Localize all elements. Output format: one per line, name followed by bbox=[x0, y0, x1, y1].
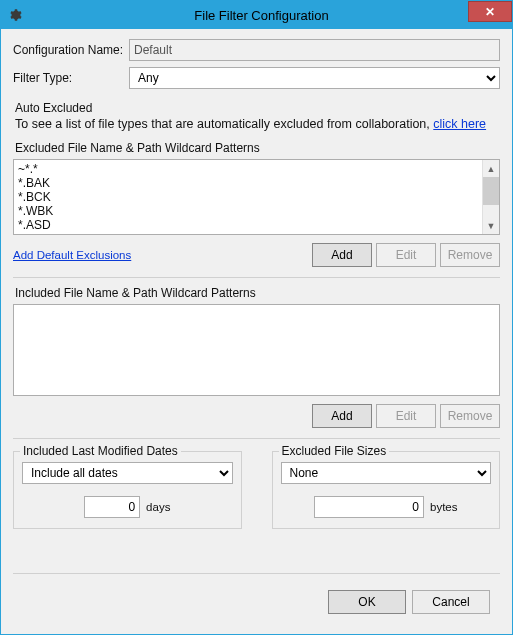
scroll-up-icon[interactable]: ▲ bbox=[483, 160, 499, 177]
excluded-patterns-label: Excluded File Name & Path Wildcard Patte… bbox=[15, 141, 500, 155]
included-edit-button: Edit bbox=[376, 404, 436, 428]
scroll-track[interactable] bbox=[483, 177, 499, 217]
gear-icon bbox=[7, 7, 23, 23]
excluded-patterns-list[interactable]: ~*.* *.BAK *.BCK *.WBK *.ASD ▲ ▼ bbox=[13, 159, 500, 235]
add-default-exclusions-link[interactable]: Add Default Exclusions bbox=[13, 249, 131, 261]
scroll-thumb[interactable] bbox=[483, 177, 499, 205]
excluded-remove-button: Remove bbox=[440, 243, 500, 267]
included-items bbox=[14, 305, 499, 395]
dates-legend: Included Last Modified Dates bbox=[20, 444, 181, 458]
days-input[interactable] bbox=[84, 496, 140, 518]
excluded-add-button[interactable]: Add bbox=[312, 243, 372, 267]
list-item[interactable]: ~*.* bbox=[18, 162, 478, 176]
sizes-legend: Excluded File Sizes bbox=[279, 444, 390, 458]
bytes-unit: bytes bbox=[430, 501, 458, 513]
scroll-down-icon[interactable]: ▼ bbox=[483, 217, 499, 234]
dates-fieldset: Included Last Modified Dates Include all… bbox=[13, 451, 242, 529]
filter-type-label: Filter Type: bbox=[13, 71, 129, 85]
config-name-row: Configuration Name: bbox=[13, 39, 500, 61]
window: File Filter Configuration ✕ Configuratio… bbox=[0, 0, 513, 635]
days-unit: days bbox=[146, 501, 170, 513]
bytes-input[interactable] bbox=[314, 496, 424, 518]
included-remove-button: Remove bbox=[440, 404, 500, 428]
footer: OK Cancel bbox=[13, 582, 500, 624]
included-button-row: Add Edit Remove bbox=[13, 404, 500, 428]
window-title: File Filter Configuration bbox=[31, 8, 492, 23]
sizes-subrow: bytes bbox=[281, 496, 492, 518]
divider-2 bbox=[13, 438, 500, 439]
content-area: Configuration Name: Filter Type: Any Aut… bbox=[1, 29, 512, 634]
included-patterns-list[interactable] bbox=[13, 304, 500, 396]
included-patterns-label: Included File Name & Path Wildcard Patte… bbox=[15, 286, 500, 300]
config-name-label: Configuration Name: bbox=[13, 43, 129, 57]
config-name-input[interactable] bbox=[129, 39, 500, 61]
click-here-link[interactable]: click here bbox=[433, 117, 486, 131]
auto-excluded-heading: Auto Excluded bbox=[15, 101, 500, 115]
excluded-items: ~*.* *.BAK *.BCK *.WBK *.ASD bbox=[14, 160, 482, 234]
divider-3 bbox=[13, 573, 500, 574]
bottom-row: Included Last Modified Dates Include all… bbox=[13, 451, 500, 529]
cancel-button[interactable]: Cancel bbox=[412, 590, 490, 614]
filter-type-row: Filter Type: Any bbox=[13, 67, 500, 89]
sizes-select[interactable]: None bbox=[281, 462, 492, 484]
ok-button[interactable]: OK bbox=[328, 590, 406, 614]
included-add-button[interactable]: Add bbox=[312, 404, 372, 428]
list-item[interactable]: *.BAK bbox=[18, 176, 478, 190]
list-item[interactable]: *.ASD bbox=[18, 218, 478, 232]
close-icon: ✕ bbox=[485, 5, 495, 19]
list-item[interactable]: *.BCK bbox=[18, 190, 478, 204]
excluded-scrollbar[interactable]: ▲ ▼ bbox=[482, 160, 499, 234]
titlebar: File Filter Configuration ✕ bbox=[1, 1, 512, 29]
list-item[interactable]: *.WBK bbox=[18, 204, 478, 218]
excluded-edit-button: Edit bbox=[376, 243, 436, 267]
divider bbox=[13, 277, 500, 278]
dates-select[interactable]: Include all dates bbox=[22, 462, 233, 484]
excluded-button-row: Add Default Exclusions Add Edit Remove bbox=[13, 243, 500, 267]
sizes-fieldset: Excluded File Sizes None bytes bbox=[272, 451, 501, 529]
dates-subrow: days bbox=[22, 496, 233, 518]
filter-type-select[interactable]: Any bbox=[129, 67, 500, 89]
close-button[interactable]: ✕ bbox=[468, 1, 512, 22]
auto-excluded-text: To see a list of file types that are aut… bbox=[15, 117, 500, 131]
